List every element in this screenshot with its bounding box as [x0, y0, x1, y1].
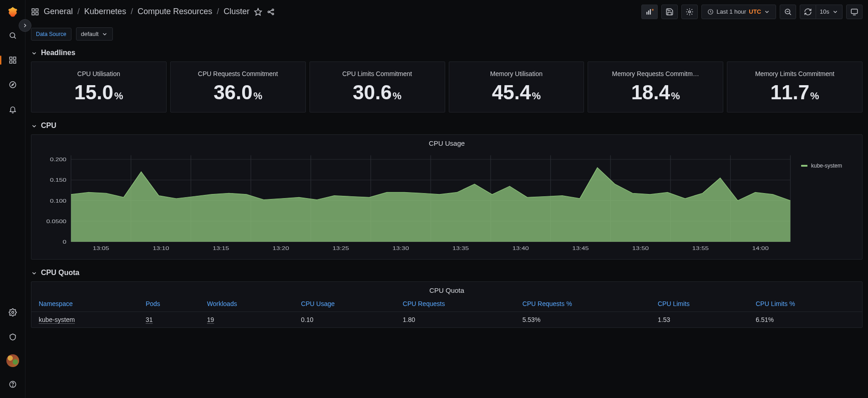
legend-item[interactable]: kube-system	[801, 163, 856, 169]
svg-text:0.150: 0.150	[50, 177, 66, 183]
table-header[interactable]: CPU Requests	[396, 296, 515, 312]
svg-text:14:00: 14:00	[752, 245, 768, 251]
tv-mode-button[interactable]	[846, 5, 863, 19]
explore-icon[interactable]	[5, 77, 20, 92]
stat-value: 36.0%	[213, 81, 262, 104]
server-admin-icon[interactable]	[5, 330, 20, 344]
svg-text:13:15: 13:15	[213, 245, 229, 251]
stat-value: 45.4%	[492, 81, 541, 104]
cpu-quota-table: NamespacePodsWorkloadsCPU UsageCPU Reque…	[31, 296, 862, 327]
svg-point-18	[272, 13, 274, 15]
table-header[interactable]: CPU Limits	[650, 296, 748, 312]
chart-legend: kube-system	[801, 153, 856, 253]
svg-rect-5	[13, 61, 15, 63]
table-header[interactable]: Pods	[138, 296, 200, 312]
stat-value: 11.7%	[770, 81, 819, 104]
add-panel-button[interactable]: +	[641, 5, 658, 19]
refresh-interval[interactable]: 10s	[816, 5, 843, 19]
cpu-usage-chart: 00.05000.1000.1500.20013:0513:1013:1513:…	[38, 153, 794, 253]
breadcrumb-leaf: Cluster	[223, 7, 249, 16]
help-icon[interactable]	[5, 377, 20, 392]
stat-grid: CPU Utilisation15.0%CPU Requests Commitm…	[31, 61, 863, 112]
svg-text:13:20: 13:20	[273, 245, 289, 251]
svg-point-10	[12, 386, 13, 386]
svg-text:+: +	[652, 8, 654, 12]
breadcrumb: General / Kubernetes / Compute Resources…	[44, 7, 249, 16]
share-icon[interactable]	[267, 8, 275, 16]
svg-point-25	[689, 10, 691, 13]
svg-point-17	[272, 9, 274, 10]
stat-title: CPU Limits Commitment	[342, 70, 412, 77]
dashboard-grid-icon[interactable]	[31, 8, 39, 16]
table-header[interactable]: Namespace	[31, 296, 138, 312]
star-icon[interactable]	[254, 8, 262, 16]
time-picker[interactable]: Last 1 hour UTC	[701, 5, 776, 19]
topbar: General / Kubernetes / Compute Resources…	[25, 0, 868, 24]
stat-panel[interactable]: Memory Requests Commitm…18.4%	[588, 61, 723, 112]
svg-text:0.100: 0.100	[50, 198, 66, 204]
stat-title: Memory Requests Commitm…	[612, 70, 699, 77]
table-header[interactable]: CPU Limits %	[748, 296, 862, 312]
svg-line-28	[789, 13, 791, 15]
stat-title: CPU Utilisation	[77, 70, 120, 77]
stat-value: 18.4%	[631, 81, 680, 104]
stat-title: Memory Utilisation	[490, 70, 543, 77]
svg-line-20	[269, 12, 272, 13]
cpu-quota-panel[interactable]: CPU Quota NamespacePodsWorkloadsCPU Usag…	[31, 281, 863, 328]
refresh-button[interactable]	[800, 5, 816, 19]
svg-rect-3	[13, 57, 15, 59]
row-toggle-cpu[interactable]: CPU	[31, 120, 863, 134]
svg-text:13:40: 13:40	[513, 245, 529, 251]
sidenav-expand-button[interactable]	[19, 19, 31, 32]
svg-text:0.200: 0.200	[50, 156, 66, 162]
stat-panel[interactable]: CPU Requests Commitment36.0%	[170, 61, 306, 112]
stat-title: Memory Limits Commitment	[755, 70, 834, 77]
svg-text:13:10: 13:10	[152, 245, 169, 251]
time-tz: UTC	[749, 8, 761, 15]
svg-text:13:55: 13:55	[692, 245, 709, 251]
time-range-label: Last 1 hour	[716, 8, 746, 15]
svg-marker-7	[11, 84, 14, 86]
panel-title: CPU Quota	[31, 282, 862, 296]
stat-panel[interactable]: Memory Limits Commitment11.7%	[727, 61, 863, 112]
svg-rect-2	[10, 57, 12, 59]
table-header[interactable]: Workloads	[200, 296, 294, 312]
grafana-logo[interactable]	[6, 5, 19, 18]
avatar[interactable]	[6, 354, 19, 367]
breadcrumb-folder[interactable]: General	[44, 7, 73, 16]
svg-marker-15	[255, 8, 262, 15]
svg-rect-22	[648, 10, 649, 15]
svg-text:0: 0	[63, 239, 66, 245]
row-toggle-headlines[interactable]: Headlines	[31, 47, 863, 61]
stat-title: CPU Requests Commitment	[198, 70, 278, 77]
table-header[interactable]: CPU Requests %	[515, 296, 650, 312]
dashboards-icon[interactable]	[5, 53, 20, 67]
svg-text:13:30: 13:30	[392, 245, 409, 251]
cpu-usage-panel[interactable]: CPU Usage 00.05000.1000.1500.20013:0513:…	[31, 134, 863, 260]
zoom-out-button[interactable]	[780, 5, 796, 19]
svg-rect-11	[32, 9, 34, 11]
search-icon[interactable]	[5, 28, 20, 43]
svg-point-0	[10, 33, 15, 38]
save-button[interactable]	[661, 5, 678, 19]
svg-line-19	[269, 10, 272, 11]
var-label: Data Source	[31, 28, 71, 41]
row-toggle-cpu-quota[interactable]: CPU Quota	[31, 267, 863, 281]
svg-text:13:45: 13:45	[572, 245, 589, 251]
stat-panel[interactable]: CPU Limits Commitment30.6%	[310, 61, 445, 112]
template-var-bar: Data Source default	[25, 24, 868, 47]
stat-panel[interactable]: Memory Utilisation45.4%	[449, 61, 584, 112]
svg-line-1	[14, 37, 15, 38]
svg-text:13:50: 13:50	[632, 245, 649, 251]
svg-text:13:25: 13:25	[333, 245, 349, 251]
var-value-select[interactable]: default	[76, 27, 113, 41]
configuration-icon[interactable]	[5, 305, 20, 320]
side-nav	[0, 0, 25, 398]
stat-panel[interactable]: CPU Utilisation15.0%	[31, 61, 167, 112]
breadcrumb-seg: Compute Resources	[137, 7, 212, 16]
settings-button[interactable]	[681, 5, 698, 19]
table-header[interactable]: CPU Usage	[294, 296, 395, 312]
alerting-icon[interactable]	[5, 102, 20, 117]
svg-point-8	[11, 311, 14, 314]
svg-rect-4	[10, 61, 12, 63]
